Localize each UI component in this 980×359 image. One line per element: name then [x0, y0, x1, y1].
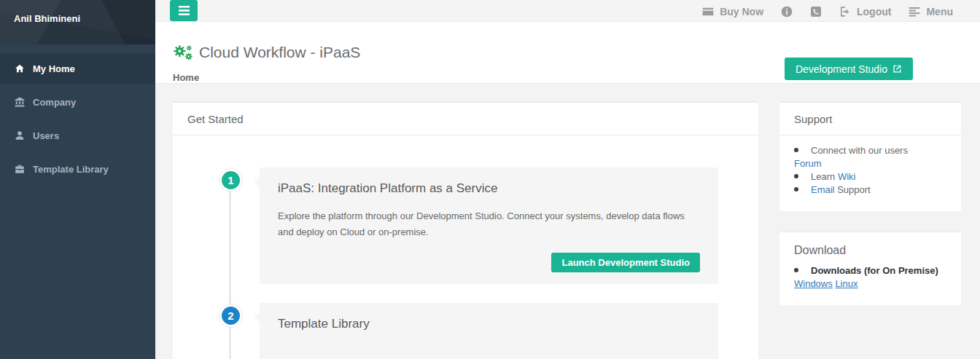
- briefcase-icon: [15, 164, 33, 174]
- support-item-text: Support: [835, 184, 871, 195]
- logout-label: Logout: [857, 5, 891, 18]
- cogs-icon: [173, 44, 193, 61]
- get-started-panel: Get Started 1 iPaaS: Integration Platfor…: [173, 101, 758, 359]
- home-icon: [15, 63, 33, 74]
- support-item-text: Connect with our users: [811, 145, 908, 156]
- sidebar-item-my-home[interactable]: My Home: [0, 53, 155, 84]
- main-area: Buy Now Logout: [155, 0, 980, 359]
- step-1-description: Explore the platform through our Develop…: [278, 208, 700, 240]
- page-title-text: Cloud Workflow - iPaaS: [199, 44, 360, 61]
- sidebar-item-label: Company: [33, 97, 76, 108]
- timeline-step-1: 1 iPaaS: Integration Platform as a Servi…: [219, 167, 718, 284]
- contact-phone-button[interactable]: [810, 6, 822, 17]
- profile-header[interactable]: Anil Bhimineni: [0, 0, 155, 44]
- bullet-icon: [794, 268, 798, 272]
- download-item: Downloads (for On Premise): [794, 264, 946, 277]
- step-1-card: iPaaS: Integration Platform as a Service…: [260, 167, 718, 284]
- wiki-link[interactable]: Wiki: [838, 171, 856, 182]
- credit-card-icon: [702, 6, 714, 17]
- menu-link[interactable]: Menu: [909, 5, 953, 18]
- support-item-forum: Connect with our usersForum: [794, 144, 946, 170]
- support-panel: Support Connect with our usersForum Lear…: [779, 101, 961, 211]
- step-1-actions: Launch Development Studio: [278, 253, 700, 272]
- breadcrumb: Home: [173, 72, 360, 83]
- buy-now-label: Buy Now: [720, 5, 763, 18]
- phone-square-icon: [810, 6, 822, 17]
- bullet-icon: [794, 174, 798, 178]
- step-1-title: iPaaS: Integration Platform as a Service: [278, 181, 700, 196]
- step-2-title: Template Library: [278, 317, 700, 331]
- download-panel: Download Downloads (for On Premise) Wind…: [779, 232, 961, 305]
- sidebar-item-label: Users: [33, 130, 59, 141]
- download-panel-title: Download: [794, 244, 946, 257]
- sidebar-nav: My Home Company Users Template Library: [0, 44, 155, 184]
- support-list: Connect with our usersForum Learn Wiki E…: [794, 144, 946, 197]
- step-2-badge[interactable]: 2: [219, 304, 242, 327]
- bars-icon: [179, 6, 190, 15]
- page-heading: Cloud Workflow - iPaaS Home Development …: [155, 22, 980, 84]
- support-item-wiki: Learn Wiki: [794, 170, 946, 184]
- menu-label: Menu: [926, 5, 953, 18]
- info-circle-icon: [781, 6, 793, 17]
- sign-out-icon: [839, 6, 851, 17]
- timeline-step-2: 2 Template Library: [219, 303, 718, 359]
- sidebar-item-label: Template Library: [33, 164, 109, 175]
- bullet-icon: [794, 148, 798, 152]
- download-links: Windows Linux: [794, 277, 946, 291]
- list-icon: [909, 6, 920, 17]
- sidebar: Anil Bhimineni My Home Company Users: [0, 0, 155, 359]
- get-started-title-text: Get Started: [187, 113, 244, 125]
- support-title-text: Support: [794, 113, 833, 125]
- user-icon: [15, 130, 33, 141]
- logout-link[interactable]: Logout: [839, 5, 891, 18]
- get-started-content: 1 iPaaS: Integration Platform as a Servi…: [173, 135, 758, 359]
- get-started-panel-title: Get Started: [173, 101, 758, 135]
- linux-download-link[interactable]: Linux: [835, 278, 858, 289]
- step-1-badge[interactable]: 1: [219, 169, 242, 192]
- support-panel-title: Support: [779, 101, 961, 135]
- app-window: Anil Bhimineni My Home Company Users: [0, 0, 980, 359]
- step-2-card: Template Library: [260, 303, 718, 359]
- windows-download-link[interactable]: Windows: [794, 278, 833, 289]
- bullet-icon: [794, 187, 798, 192]
- sidebar-item-users[interactable]: Users: [0, 120, 155, 151]
- buy-now-link[interactable]: Buy Now: [702, 5, 763, 18]
- forum-link[interactable]: Forum: [794, 158, 822, 169]
- breadcrumb-home: Home: [173, 72, 199, 83]
- topbar-actions: Buy Now Logout: [702, 0, 980, 18]
- step-1-number: 1: [228, 174, 233, 186]
- page-heading-left: Cloud Workflow - iPaaS Home: [173, 22, 360, 83]
- sidebar-item-template-library[interactable]: Template Library: [0, 154, 155, 184]
- development-studio-label: Development Studio: [796, 63, 887, 75]
- step-2-number: 2: [228, 309, 233, 322]
- support-item-text: Learn: [811, 171, 838, 182]
- profile-name: Anil Bhimineni: [14, 13, 155, 24]
- right-column: Support Connect with our usersForum Lear…: [779, 101, 961, 359]
- download-item-text: Downloads (for On Premise): [811, 265, 938, 276]
- top-navbar: Buy Now Logout: [155, 0, 980, 22]
- support-item-email: Email Support: [794, 184, 946, 197]
- page-title: Cloud Workflow - iPaaS: [173, 44, 360, 61]
- sidebar-item-label: My Home: [33, 63, 75, 74]
- info-button[interactable]: [781, 6, 793, 17]
- launch-development-studio-button[interactable]: Launch Development Studio: [551, 253, 700, 272]
- onboarding-timeline: 1 iPaaS: Integration Platform as a Servi…: [173, 135, 758, 359]
- external-link-icon: [892, 64, 902, 74]
- sidebar-toggle-button[interactable]: [170, 0, 198, 21]
- support-content: Connect with our usersForum Learn Wiki E…: [779, 135, 961, 211]
- email-link[interactable]: Email: [811, 184, 835, 195]
- development-studio-button[interactable]: Development Studio: [785, 58, 913, 80]
- content-area: Get Started 1 iPaaS: Integration Platfor…: [155, 84, 980, 359]
- sidebar-item-company[interactable]: Company: [0, 87, 155, 117]
- bank-icon: [15, 97, 33, 107]
